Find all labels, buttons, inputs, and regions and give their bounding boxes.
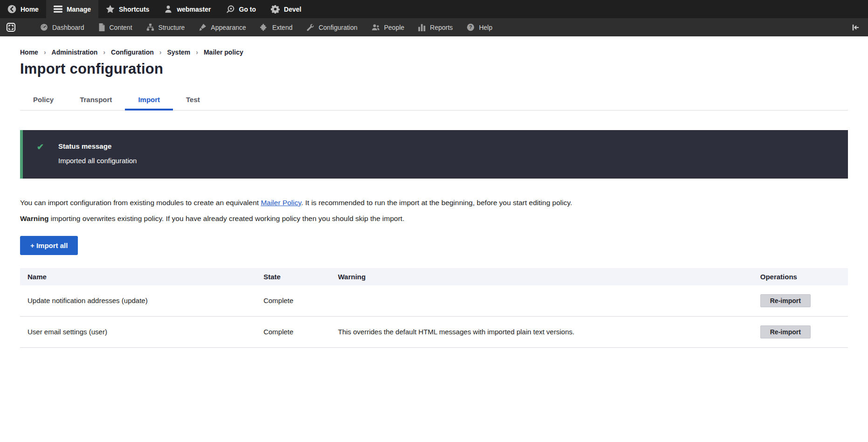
admin-item-help[interactable]: ? Help (460, 18, 499, 36)
status-message-title: Status message (58, 142, 137, 150)
puzzle-icon (260, 23, 268, 31)
toolbar-item-devel[interactable]: Devel (263, 0, 309, 18)
import-table: Name State Warning Operations Update not… (20, 268, 848, 348)
page-title: Import configuration (20, 61, 848, 77)
toolbar-item-user[interactable]: webmaster (157, 0, 218, 18)
reimport-button[interactable]: Re-import (760, 294, 811, 307)
tab-transport[interactable]: Transport (67, 90, 125, 110)
import-all-button[interactable]: + Import all (20, 236, 78, 255)
column-header-name: Name (20, 268, 256, 285)
toolbar-item-label: webmaster (177, 6, 211, 13)
warning-text: importing overwrites existing policy. If… (48, 214, 404, 222)
tab-test[interactable]: Test (173, 90, 213, 110)
column-header-state: State (256, 268, 331, 285)
admin-item-content[interactable]: Content (91, 18, 139, 36)
reimport-button[interactable]: Re-import (760, 325, 811, 338)
cell-warning: This overrides the default HTML messages… (331, 316, 753, 347)
admin-item-label: Dashboard (52, 24, 84, 31)
wrench-icon (306, 23, 314, 31)
warning-label: Warning (20, 214, 48, 222)
gear-icon (271, 5, 280, 14)
breadcrumb: Home Administration Configuration System… (20, 48, 848, 56)
breadcrumb-home[interactable]: Home (20, 48, 38, 56)
page-content: Home Administration Configuration System… (0, 48, 868, 348)
toolbar-item-home[interactable]: Home (0, 0, 46, 18)
primary-tabs: Policy Transport Import Test (20, 90, 848, 110)
back-to-site-icon (7, 5, 16, 14)
tab-policy[interactable]: Policy (20, 90, 67, 110)
intro-pre-link: You can import configuration from existi… (20, 199, 261, 207)
admin-item-dashboard[interactable]: Dashboard (33, 18, 91, 36)
admin-item-structure[interactable]: Structure (139, 18, 192, 36)
toolbar-item-label: Devel (284, 6, 301, 13)
check-icon: ✔ (37, 142, 58, 165)
tab-import[interactable]: Import (125, 90, 173, 110)
admin-item-label: Appearance (211, 24, 246, 31)
breadcrumb-mailer-policy[interactable]: Mailer policy (190, 48, 243, 56)
admin-item-label: Configuration (318, 24, 357, 31)
table-row: Update notification addresses (update) C… (20, 285, 848, 317)
bar-chart-icon (418, 23, 426, 31)
toolbar-item-manage[interactable]: Manage (46, 0, 98, 18)
cell-state: Complete (256, 316, 331, 347)
admin-item-label: People (384, 24, 405, 31)
cell-warning (331, 285, 753, 317)
star-icon (106, 5, 115, 14)
admin-item-people[interactable]: People (365, 18, 412, 36)
breadcrumb-configuration[interactable]: Configuration (97, 48, 153, 56)
cell-state: Complete (256, 285, 331, 317)
column-header-operations: Operations (753, 268, 848, 285)
people-icon (372, 23, 380, 31)
admin-item-label: Extend (272, 24, 293, 31)
column-header-warning: Warning (331, 268, 753, 285)
toolbar-item-label: Home (21, 6, 39, 13)
breadcrumb-administration[interactable]: Administration (38, 48, 97, 56)
intro-post-link: . It is recommended to run the import at… (301, 199, 572, 207)
cell-name: Update notification addresses (update) (20, 285, 256, 317)
collapse-left-icon[interactable] (847, 18, 863, 36)
admin-item-label: Help (479, 24, 492, 31)
question-icon: ? (467, 23, 475, 31)
toolbar-item-label: Manage (67, 6, 91, 13)
admin-item-appearance[interactable]: Appearance (192, 18, 253, 36)
status-message: ✔ Status message Imported all configurat… (20, 130, 848, 179)
escape-admin-icon[interactable] (0, 18, 22, 36)
mailer-policy-link[interactable]: Mailer Policy (261, 199, 301, 207)
admin-item-reports[interactable]: Reports (411, 18, 460, 36)
warning-paragraph: Warning importing overwrites existing po… (20, 213, 848, 225)
toolbar-item-goto[interactable]: Go to (219, 0, 264, 18)
cell-name: User email settings (user) (20, 316, 256, 347)
sitemap-icon (146, 23, 154, 31)
status-message-content: Status message Imported all configuratio… (58, 142, 137, 165)
breadcrumb-system[interactable]: System (154, 48, 190, 56)
svg-text:?: ? (469, 24, 472, 30)
admin-toolbar-top: Home Manage Shortcuts webmaster Go to De… (0, 0, 868, 18)
hamburger-icon (54, 5, 62, 13)
intro-paragraph: You can import configuration from existi… (20, 197, 848, 209)
document-icon (98, 23, 105, 31)
search-icon (226, 5, 235, 14)
admin-item-configuration[interactable]: Configuration (299, 18, 364, 36)
toolbar-item-shortcuts[interactable]: Shortcuts (98, 0, 157, 18)
toolbar-item-label: Shortcuts (119, 6, 149, 13)
toolbar-item-label: Go to (239, 6, 256, 13)
admin-item-extend[interactable]: Extend (253, 18, 300, 36)
user-icon (164, 5, 172, 14)
admin-item-label: Reports (430, 24, 453, 31)
table-row: User email settings (user) Complete This… (20, 316, 848, 347)
brush-icon (199, 23, 207, 31)
gauge-icon (40, 23, 48, 31)
admin-item-label: Content (110, 24, 132, 31)
admin-item-label: Structure (158, 24, 185, 31)
admin-toolbar-tray: Dashboard Content Structure Appearance E… (0, 18, 868, 36)
table-header-row: Name State Warning Operations (20, 268, 848, 285)
status-message-body: Imported all configuration (58, 157, 137, 165)
intro-text: You can import configuration from existi… (20, 197, 848, 225)
